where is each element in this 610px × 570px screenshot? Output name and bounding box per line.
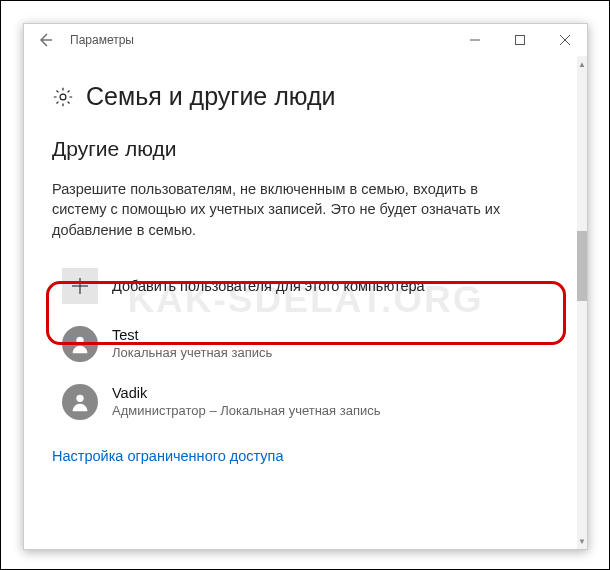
minimize-button[interactable] <box>452 24 497 56</box>
svg-point-7 <box>76 337 83 344</box>
plus-icon <box>62 268 98 304</box>
user-row[interactable]: Vadik Администратор – Локальная учетная … <box>52 376 549 428</box>
section-description: Разрешите пользователям, не включенным в… <box>52 179 522 240</box>
content-area: Семья и другие люди Другие люди Разрешит… <box>24 56 577 549</box>
svg-point-4 <box>60 94 66 100</box>
gear-icon <box>52 86 74 108</box>
window-title: Параметры <box>66 33 452 47</box>
add-user-button[interactable]: Добавить пользователя для этого компьюте… <box>52 260 549 312</box>
scroll-down-button[interactable]: ▼ <box>577 533 587 549</box>
svg-rect-1 <box>515 36 524 45</box>
add-user-label: Добавить пользователя для этого компьюте… <box>112 278 425 294</box>
settings-window: Параметры KAK-SDELAT.ORG Семья и другие <box>23 23 588 550</box>
back-button[interactable] <box>24 24 66 56</box>
minimize-icon <box>470 35 480 45</box>
maximize-button[interactable] <box>497 24 542 56</box>
section-heading: Другие люди <box>52 137 549 161</box>
scrollbar-thumb[interactable] <box>577 231 587 301</box>
scroll-up-button[interactable]: ▲ <box>577 56 587 72</box>
user-name: Vadik <box>112 385 380 401</box>
avatar-icon <box>62 384 98 420</box>
svg-point-8 <box>76 395 83 402</box>
user-subtitle: Администратор – Локальная учетная запись <box>112 403 380 418</box>
restricted-access-link[interactable]: Настройка ограниченного доступа <box>52 448 284 464</box>
page-title: Семья и другие люди <box>86 82 336 111</box>
maximize-icon <box>515 35 525 45</box>
close-icon <box>560 35 570 45</box>
user-row[interactable]: Test Локальная учетная запись <box>52 318 549 370</box>
user-subtitle: Локальная учетная запись <box>112 345 272 360</box>
avatar-icon <box>62 326 98 362</box>
user-name: Test <box>112 327 272 343</box>
titlebar: Параметры <box>24 24 587 56</box>
vertical-scrollbar[interactable]: ▲ ▼ <box>577 56 587 549</box>
arrow-left-icon <box>37 32 53 48</box>
close-button[interactable] <box>542 24 587 56</box>
